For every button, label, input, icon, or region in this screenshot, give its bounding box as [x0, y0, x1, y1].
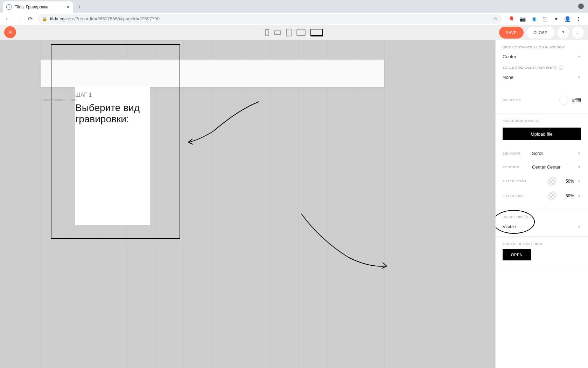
new-tab-button[interactable]: + — [75, 2, 85, 12]
scale-grid-label: SCALE GRID CONTAINER (BETA) ? — [503, 66, 581, 70]
ext-icon-1[interactable]: 🎈 — [508, 16, 514, 22]
workspace: ШАГ 1 Выберите видгравировки: window con… — [0, 40, 588, 368]
browser-tab[interactable]: T Tilda: Гравировка × — [3, 1, 73, 13]
star-icon[interactable]: ☆ — [493, 16, 498, 21]
chevron-down-icon: ▼ — [578, 225, 581, 229]
behavior-select[interactable]: Scroll ▼ — [532, 149, 581, 157]
device-tablet-landscape[interactable] — [296, 29, 306, 36]
profile-icon[interactable]: 👤 — [564, 16, 570, 22]
menu-icon[interactable]: ⋮ — [575, 16, 582, 22]
extension-icons: 🎈 📷 ▣ ⬚ ✦ 👤 ⋮ — [506, 16, 584, 22]
help-icon[interactable]: ? — [524, 215, 528, 219]
lock-icon: 🔒 — [42, 16, 47, 21]
chevron-down-icon: ▼ — [578, 165, 581, 169]
url-host: tilda.cc — [50, 16, 64, 21]
position-select[interactable]: Center Center ▼ — [532, 163, 581, 171]
close-button[interactable]: CLOSE — [526, 27, 554, 39]
annotation-arrow-1 — [186, 100, 262, 145]
ext-icon-2[interactable]: 📷 — [519, 16, 526, 22]
filter-end-label: FILTER END — [503, 194, 523, 198]
back-button[interactable]: ← — [4, 16, 11, 22]
puzzle-icon[interactable]: ✦ — [553, 16, 559, 22]
reload-button[interactable]: ⟳ — [27, 15, 34, 22]
device-switcher — [265, 29, 323, 36]
bg-color-value[interactable]: #ffffff — [572, 98, 581, 103]
close-tab-icon[interactable]: × — [66, 4, 69, 10]
filter-start-swatch[interactable] — [547, 177, 556, 186]
chevron-down-icon: ▼ — [578, 179, 581, 183]
help-icon[interactable]: ? — [559, 66, 563, 70]
address-bar[interactable]: 🔒 tilda.cc/zero/?recordid=365076560&page… — [38, 14, 502, 24]
scale-grid-select[interactable]: None ▼ — [503, 73, 581, 81]
chevron-down-icon: ▼ — [578, 75, 581, 79]
filter-start-value[interactable]: 50% — [560, 179, 574, 184]
ext-icon-4[interactable]: ⬚ — [542, 16, 548, 22]
zero-block-label: ZERO BLOCK SETTINGS — [503, 242, 581, 246]
chevron-down-icon: ▼ — [578, 151, 581, 155]
chevron-down-icon: ▼ — [578, 55, 581, 59]
grid-align-select[interactable]: Center ▼ — [503, 53, 581, 61]
upload-file-button[interactable]: Upload file — [503, 128, 581, 140]
more-button[interactable]: ... — [572, 27, 584, 39]
open-button[interactable]: OPEN — [503, 249, 531, 260]
chevron-down-icon: ▼ — [578, 194, 581, 198]
device-mobile-landscape[interactable] — [274, 30, 281, 35]
tab-favicon: T — [6, 4, 12, 10]
forward-button[interactable]: → — [15, 16, 22, 22]
filter-end-value[interactable]: 50% — [560, 193, 574, 198]
bg-color-swatch[interactable] — [559, 96, 568, 105]
add-button[interactable]: + — [4, 26, 16, 38]
position-label: POSITION — [503, 165, 519, 169]
bg-image-label: BACKGROUND IMAGE — [503, 119, 581, 123]
app-toolbar: + SAVE CLOSE ? ... — [0, 25, 588, 40]
grid-container-tag: grid — [70, 97, 77, 102]
filter-end-swatch[interactable] — [547, 191, 556, 200]
canvas-area[interactable]: ШАГ 1 Выберите видгравировки: window con… — [0, 40, 495, 368]
overflow-label: OVERFLOW ? — [503, 215, 581, 219]
browser-tab-strip: T Tilda: Гравировка × + — [0, 0, 588, 13]
selection-frame[interactable] — [51, 44, 180, 239]
grid-align-label: GRID CONTAINER ALIGN IN WINDOW — [503, 46, 581, 49]
settings-sidebar: GRID CONTAINER ALIGN IN WINDOW Center ▼ … — [495, 40, 588, 368]
device-mobile-portrait[interactable] — [265, 29, 269, 36]
window-container-tag: window container — [42, 97, 66, 102]
url-path: /zero/?recordid=365076560&pageid=2259779… — [64, 16, 160, 21]
save-button[interactable]: SAVE — [499, 27, 524, 39]
device-desktop[interactable] — [310, 29, 323, 36]
browser-account-icon[interactable] — [578, 4, 584, 9]
browser-nav-bar: ← → ⟳ 🔒 tilda.cc/zero/?recordid=36507656… — [0, 13, 588, 25]
filter-start-label: FILTER START — [503, 179, 527, 183]
ext-icon-3[interactable]: ▣ — [531, 16, 537, 22]
behavior-label: BEHAVIOR — [503, 152, 520, 155]
tab-title: Tilda: Гравировка — [15, 5, 64, 9]
bg-color-label: BG COLOR — [503, 98, 521, 102]
annotation-arrow-2 — [299, 212, 390, 271]
help-button[interactable]: ? — [557, 27, 569, 39]
device-tablet-portrait[interactable] — [286, 29, 292, 36]
overflow-select[interactable]: Visible ▼ — [503, 223, 581, 231]
